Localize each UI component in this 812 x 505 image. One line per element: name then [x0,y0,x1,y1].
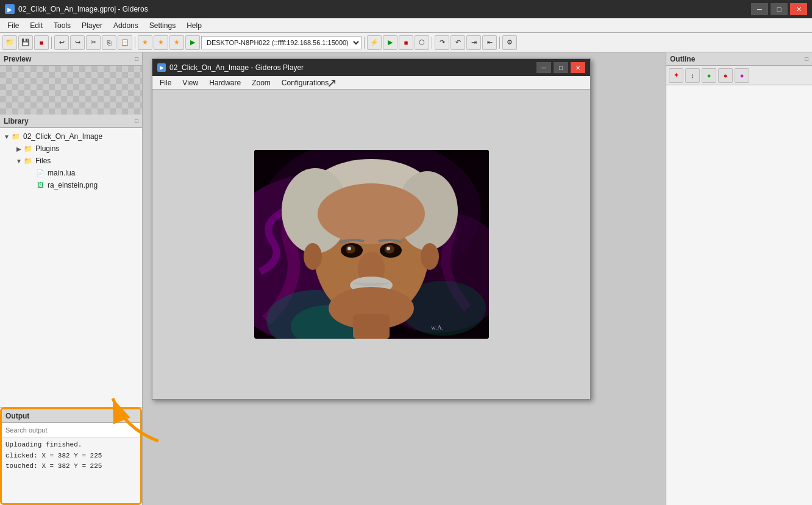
menu-file[interactable]: File [2,20,24,31]
outline-btn-2[interactable]: ↕ [685,68,700,83]
preview-label: Preview [4,55,31,63]
tree-item-project[interactable]: ▼ 📁 02_Click_On_An_Image [0,130,142,143]
tb-paste-button[interactable]: 📋 [118,35,132,50]
right-panel: Outline □ ✦ ↕ ● ● ● [666,52,812,505]
player-title: 02_Click_On_An_Image - Gideros Player [169,63,304,72]
project-name: 02_Click_On_An_Image [23,132,102,141]
tree-item-einstein-png[interactable]: 🖼 ra_einstein.png [0,179,142,191]
tree-item-files[interactable]: ▼ 📁 Files [0,155,142,167]
player-minimize-button[interactable]: ─ [536,62,551,73]
player-menu-configurations[interactable]: Configurations [277,77,333,88]
maximize-button[interactable]: □ [771,3,788,15]
einstein-portrait: w.A. [254,150,489,339]
preview-area [0,66,142,115]
tb-separator-4 [432,37,432,49]
tb-debug2-button[interactable]: ↷ [435,35,449,50]
preview-header: Preview □ [0,52,142,66]
minimize-button[interactable]: ─ [751,3,768,15]
device-dropdown[interactable]: DESKTOP-N8PH022 (::ffff:192.168.56.1:150… [201,36,361,49]
tb-settings-button[interactable]: ⚙ [502,35,517,50]
outline-expand-icon[interactable]: □ [805,55,808,62]
tb-separator-2 [135,37,135,49]
tb-redo-button[interactable]: ↪ [70,35,85,50]
tb-open-button[interactable]: 📁 [2,35,17,50]
outline-btn-5[interactable]: ● [735,68,749,83]
outline-btn-1[interactable]: ✦ [669,68,683,83]
svg-rect-26 [254,150,489,339]
outline-label: Outline [670,55,695,63]
menu-addons[interactable]: Addons [109,20,143,31]
library-expand-icon[interactable]: □ [135,118,138,124]
output-line-2: clicked: X = 382 Y = 225 [5,451,137,462]
output-search-container [2,423,140,437]
player-window-controls: ─ □ ✕ [536,62,585,73]
output-search-input[interactable] [2,423,140,437]
outline-btn-3[interactable]: ● [702,68,716,83]
menu-tools[interactable]: Tools [49,20,76,31]
player-menu-view[interactable]: View [177,77,203,88]
tb-copy-button[interactable]: ⎘ [102,35,116,50]
menu-player[interactable]: Player [77,20,107,31]
app-title: 02_Click_On_An_Image.gproj - Gideros [18,5,148,13]
menu-edit[interactable]: Edit [25,20,48,31]
tb-save-button[interactable]: 💾 [18,35,33,50]
tb-connect-button[interactable]: ⚡ [367,35,382,50]
toolbar: 📁 💾 ■ ↩ ↪ ✂ ⎘ 📋 ★ ★ ★ ▶ DESKTOP-N8PH022 … [0,33,812,52]
output-label: Output [5,412,29,420]
outline-header: Outline □ [666,52,812,66]
tb-debug5-button[interactable]: ⇤ [482,35,497,50]
left-panel: Preview □ Library □ ▼ 📁 02_Click_On_An_I… [0,52,143,505]
output-content: Uploading finished. clicked: X = 382 Y =… [2,437,140,503]
player-menu-zoom[interactable]: Zoom [247,77,276,88]
library-header: Library □ [0,115,142,128]
output-section: Output Uploading finished. clicked: X = … [0,408,142,505]
main-area: Preview □ Library □ ▼ 📁 02_Click_On_An_I… [0,52,812,505]
tb-stop-button[interactable]: ■ [399,35,413,50]
outline-toolbar: ✦ ↕ ● ● ● [666,66,812,85]
main-lua-name: main.lua [48,169,75,177]
outline-btn-4[interactable]: ● [718,68,733,83]
player-close-button[interactable]: ✕ [571,62,585,73]
close-button[interactable]: ✕ [790,3,807,15]
plugins-expand-icon: ▶ [15,146,23,152]
tree-item-plugins[interactable]: ▶ 📁 Plugins [0,143,142,155]
player-title-bar: ▶ 02_Click_On_An_Image - Gideros Player … [152,59,590,76]
preview-checkerboard [0,66,142,115]
tb-star-button[interactable]: ★ [138,35,152,50]
tb-play-button[interactable]: ▶ [383,35,397,50]
library-label: Library [4,117,29,125]
tb-separator-3 [364,37,365,49]
project-folder-icon: 📁 [11,132,21,141]
title-bar-left: ▶ 02_Click_On_An_Image.gproj - Gideros [5,4,148,14]
player-maximize-button[interactable]: □ [554,62,568,73]
tb-red-button[interactable]: ■ [34,35,49,50]
player-content: w.A. [152,90,590,399]
tb-separator-1 [51,37,52,49]
output-line-3: touched: X = 382 Y = 225 [5,461,137,472]
preview-expand-icon[interactable]: □ [135,55,138,62]
player-menu-hardware[interactable]: Hardware [204,77,246,88]
tree-item-main-lua[interactable]: 📄 main.lua [0,167,142,179]
player-window: ▶ 02_Click_On_An_Image - Gideros Player … [152,58,591,400]
library-tree: ▼ 📁 02_Click_On_An_Image ▶ 📁 Plugins ▼ 📁… [0,128,142,407]
center-area: ▶ 02_Click_On_An_Image - Gideros Player … [143,52,666,505]
tb-debug1-button[interactable]: ⬡ [415,35,429,50]
plugins-name: Plugins [35,144,59,153]
tb-debug4-button[interactable]: ⇥ [466,35,481,50]
tb-star2-button[interactable]: ★ [154,35,168,50]
menu-settings[interactable]: Settings [144,20,180,31]
tb-star3-button[interactable]: ★ [169,35,184,50]
library-section: Library □ ▼ 📁 02_Click_On_An_Image ▶ 📁 P… [0,115,142,408]
einstein-png-name: ra_einstein.png [48,181,98,189]
menu-help[interactable]: Help [182,20,207,31]
player-menu-file[interactable]: File [155,77,176,88]
tb-cut-button[interactable]: ✂ [86,35,101,50]
files-folder-icon: 📁 [23,157,33,165]
tb-run-button[interactable]: ▶ [185,35,200,50]
outline-content [666,85,812,505]
project-expand-icon: ▼ [2,133,11,140]
player-icon: ▶ [157,63,166,72]
tb-undo-button[interactable]: ↩ [54,35,69,50]
image-file-icon: 🖼 [35,181,45,189]
tb-debug3-button[interactable]: ↶ [451,35,465,50]
